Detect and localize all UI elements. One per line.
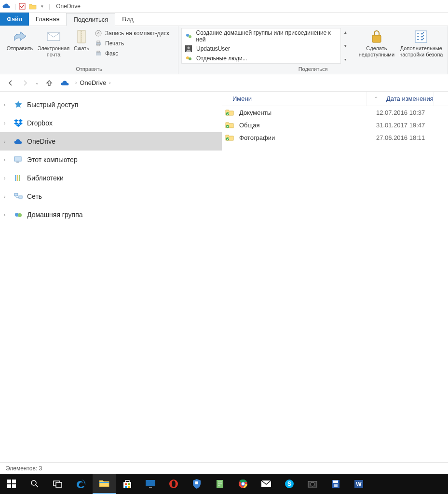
chevron-right-icon[interactable]: › bbox=[4, 139, 11, 144]
security-app-button[interactable] bbox=[185, 474, 208, 494]
column-name[interactable]: Имени bbox=[222, 92, 367, 106]
ribbon-group-send: Отправить Электронная почта Сжать bbox=[0, 26, 178, 74]
svg-rect-6 bbox=[97, 44, 100, 46]
nav-back-button[interactable] bbox=[5, 77, 16, 89]
breadcrumb[interactable]: › OneDrive › bbox=[58, 77, 443, 89]
svg-rect-30 bbox=[12, 480, 16, 483]
task-view-button[interactable] bbox=[46, 474, 69, 494]
email-button[interactable]: Электронная почта bbox=[37, 28, 70, 58]
share-homegroup[interactable]: Создание домашней группы или присоединен… bbox=[182, 28, 340, 44]
nav-quick-label: Быстрый доступ bbox=[27, 101, 78, 109]
share-updatususer[interactable]: UpdatusUser bbox=[182, 44, 340, 54]
mail-button[interactable] bbox=[255, 474, 278, 494]
tab-view[interactable]: Вид bbox=[115, 13, 140, 26]
taskbar: S W bbox=[0, 474, 448, 494]
sort-indicator-icon[interactable]: ⌃ bbox=[367, 92, 386, 106]
print-button[interactable]: Печать bbox=[93, 39, 171, 48]
nav-network[interactable]: › Сеть bbox=[0, 187, 222, 206]
share-specific-people[interactable]: Отдельные люди... bbox=[182, 54, 340, 63]
chrome-button[interactable] bbox=[231, 474, 255, 494]
printer-icon bbox=[95, 40, 102, 47]
chevron-right-icon[interactable]: › bbox=[75, 80, 77, 85]
chevron-right-icon[interactable]: › bbox=[4, 176, 11, 181]
nav-onedrive-label: OneDrive bbox=[27, 137, 55, 145]
nav-up-button[interactable] bbox=[43, 77, 55, 89]
column-date[interactable]: Дата изменения bbox=[386, 92, 434, 106]
synced-folder-icon bbox=[225, 120, 234, 130]
chevron-right-icon[interactable]: › bbox=[4, 194, 11, 199]
compress-button[interactable]: Сжать bbox=[70, 28, 93, 52]
nav-thispc-label: Этот компьютер bbox=[27, 156, 78, 164]
chevron-right-icon[interactable]: › bbox=[4, 157, 11, 163]
edge-button[interactable] bbox=[69, 474, 93, 494]
scroll-more-icon[interactable]: ▾ bbox=[342, 56, 349, 63]
synced-folder-icon bbox=[225, 133, 234, 142]
fax-button[interactable]: Факс bbox=[93, 49, 171, 58]
scroll-down-icon[interactable]: ▼ bbox=[342, 42, 349, 49]
nav-quick-access[interactable]: › Быстрый доступ bbox=[0, 96, 222, 114]
nav-forward-button[interactable] bbox=[19, 77, 31, 89]
nav-onedrive[interactable]: › OneDrive bbox=[0, 132, 222, 151]
folder-row[interactable]: Документы12.07.2016 10:37 bbox=[222, 106, 448, 119]
chevron-right-icon[interactable]: › bbox=[4, 121, 11, 126]
nav-recent-dropdown[interactable]: ⌄ bbox=[34, 77, 41, 89]
word-button[interactable]: W bbox=[347, 474, 370, 494]
nav-libraries[interactable]: › Библиотеки bbox=[0, 169, 222, 187]
chevron-right-icon[interactable]: › bbox=[4, 212, 11, 218]
folder-name: Общая bbox=[239, 122, 376, 129]
chevron-right-icon[interactable]: › bbox=[4, 102, 11, 108]
main-area: › Быстрый доступ › Dropbox › OneDrive › … bbox=[0, 92, 448, 463]
camera-app-button[interactable] bbox=[301, 474, 324, 494]
tab-file[interactable]: Файл bbox=[0, 13, 29, 26]
svg-point-14 bbox=[189, 57, 191, 60]
chevron-right-icon-2[interactable]: › bbox=[109, 80, 110, 85]
folder-row[interactable]: Фотографии27.06.2016 18:11 bbox=[222, 131, 448, 144]
svg-rect-36 bbox=[99, 482, 109, 483]
nav-libraries-label: Библиотеки bbox=[27, 174, 64, 182]
svg-rect-8 bbox=[97, 51, 100, 52]
svg-rect-35 bbox=[56, 482, 62, 487]
nav-homegroup-label: Домашняя группа bbox=[27, 211, 83, 219]
send-button[interactable]: Отправить bbox=[3, 28, 37, 52]
nav-homegroup[interactable]: › Домашняя группа bbox=[0, 206, 222, 224]
fax-icon bbox=[95, 50, 102, 57]
make-unavailable-button[interactable]: Сделать недоступными bbox=[355, 28, 398, 58]
share-people-label: Отдельные люди... bbox=[196, 55, 247, 62]
skype-button[interactable]: S bbox=[278, 474, 301, 494]
svg-rect-19 bbox=[15, 175, 16, 181]
share-list-scroll: ▲ ▼ ▾ bbox=[342, 28, 349, 64]
svg-point-33 bbox=[31, 480, 36, 485]
svg-point-55 bbox=[311, 482, 314, 486]
folder-row[interactable]: Общая31.01.2017 19:47 bbox=[222, 119, 448, 131]
notes-app-button[interactable] bbox=[208, 474, 231, 494]
send-group-label: Отправить bbox=[0, 65, 178, 74]
svg-rect-42 bbox=[146, 480, 155, 486]
file-explorer-button[interactable] bbox=[93, 474, 116, 494]
nav-this-pc[interactable]: › Этот компьютер bbox=[0, 151, 222, 169]
qa-dropdown-icon[interactable]: ▾ bbox=[39, 2, 45, 11]
nav-dropbox[interactable]: › Dropbox bbox=[0, 114, 222, 132]
tab-home[interactable]: Главная bbox=[29, 13, 66, 26]
start-button[interactable] bbox=[0, 474, 23, 494]
nav-network-label: Сеть bbox=[27, 192, 42, 200]
lock-icon bbox=[369, 29, 384, 44]
monitor-app-button[interactable] bbox=[139, 474, 162, 494]
store-button[interactable] bbox=[116, 474, 139, 494]
window-title: OneDrive bbox=[56, 3, 81, 10]
pc-icon bbox=[14, 155, 23, 165]
folder-icon[interactable] bbox=[28, 2, 37, 11]
tab-share[interactable]: Поделиться bbox=[66, 13, 115, 26]
share-with-list: Создание домашней группы или присоединен… bbox=[181, 28, 341, 64]
breadcrumb-onedrive[interactable]: OneDrive bbox=[80, 79, 106, 86]
burn-disc-button[interactable]: Запись на компакт-диск bbox=[93, 29, 171, 38]
save-disk-button[interactable] bbox=[324, 474, 347, 494]
opera-button[interactable] bbox=[162, 474, 185, 494]
properties-check-icon[interactable] bbox=[18, 2, 27, 11]
column-headers: Имени ⌃ Дата изменения bbox=[222, 92, 448, 106]
advanced-security-button[interactable]: Дополнительные настройки безопа bbox=[398, 28, 445, 58]
search-button[interactable] bbox=[23, 474, 46, 494]
scroll-up-icon[interactable]: ▲ bbox=[342, 29, 349, 36]
svg-rect-15 bbox=[372, 35, 381, 42]
print-label: Печать bbox=[105, 40, 124, 47]
folder-date: 12.07.2016 10:37 bbox=[376, 109, 425, 116]
